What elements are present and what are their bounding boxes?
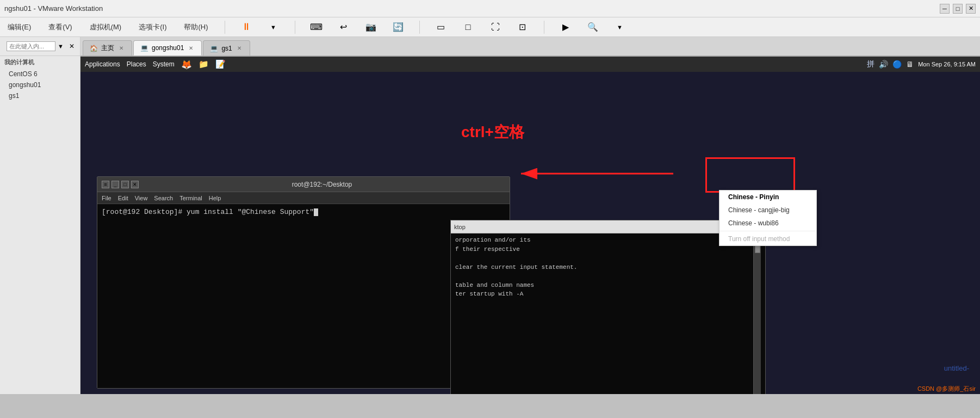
app-title: ngshu01 - VMware Workstation bbox=[4, 4, 103, 13]
full-screen-button[interactable]: ▭ bbox=[433, 19, 449, 35]
terminal-menu-bar: File Edit View Search Terminal Help bbox=[97, 192, 510, 204]
terminal-menu-icon[interactable]: ≡ bbox=[102, 181, 109, 188]
home-tab-icon: 🏠 bbox=[90, 45, 98, 52]
tab-home-close[interactable]: ✕ bbox=[117, 45, 125, 52]
minimize-button[interactable]: ─ bbox=[940, 4, 950, 14]
gnome-bar: Applications Places System 🦊 📁 📝 拼 🔊 🔵 bbox=[80, 57, 980, 72]
input-method-chinese-cangjie[interactable]: Chinese - cangjie-big bbox=[720, 204, 816, 217]
console-button[interactable]: ▶ bbox=[557, 19, 574, 35]
take-snapshot-button[interactable]: 📷 bbox=[363, 19, 379, 35]
gnome-applications[interactable]: Applications bbox=[85, 60, 120, 68]
input-method-popup: Chinese - Pinyin Chinese - cangjie-big C… bbox=[719, 190, 817, 246]
secondary-line-6: table and column names bbox=[455, 281, 753, 290]
secondary-line-4: clear the current input statement. bbox=[455, 263, 753, 272]
zoom-button[interactable]: 🔍 bbox=[585, 19, 601, 35]
input-method-chinese-wubi86[interactable]: Chinese - wubi86 bbox=[720, 217, 816, 230]
input-method-turn-off: Turn off input method bbox=[720, 232, 816, 245]
title-bar-text: ngshu01 - VMware Workstation bbox=[4, 4, 103, 13]
display-icon[interactable]: 🖥 bbox=[906, 60, 914, 69]
tab-bar: 🏠 主页 ✕ 💻 gongshu01 ✕ 💻 gs1 ✕ bbox=[80, 37, 980, 57]
secondary-line-3 bbox=[455, 254, 753, 263]
gnome-system[interactable]: System bbox=[153, 60, 175, 68]
menu-edit[interactable]: 编辑(E) bbox=[4, 20, 34, 34]
pause-button[interactable]: ⏸ bbox=[238, 19, 255, 35]
input-method-separator bbox=[720, 231, 816, 231]
revert-snapshot-button[interactable]: 🔄 bbox=[390, 19, 406, 35]
secondary-body: orporation and/or its f their respective… bbox=[451, 233, 765, 394]
pause-dropdown-button[interactable]: ▼ bbox=[265, 19, 282, 35]
menu-vm[interactable]: 虚拟机(M) bbox=[86, 20, 125, 34]
volume-icon[interactable]: 🔊 bbox=[879, 60, 888, 69]
terminal-body: [root@192 Desktop]# yum install "@Chines… bbox=[97, 204, 510, 388]
search-input[interactable] bbox=[7, 41, 55, 51]
zoom-dropdown-button[interactable]: ▼ bbox=[612, 19, 628, 35]
desktop-background-text: untitled- bbox=[944, 364, 969, 372]
restore-snapshot-button[interactable]: ↩ bbox=[336, 19, 352, 35]
terminal-file-menu[interactable]: File bbox=[102, 195, 111, 201]
tab-gongshu01[interactable]: 💻 gongshu01 ✕ bbox=[133, 40, 202, 56]
bluetooth-icon[interactable]: 🔵 bbox=[892, 60, 902, 69]
send-ctrl-alt-del-button[interactable]: ⌨ bbox=[308, 19, 325, 35]
menu-tabs[interactable]: 选项卡(I) bbox=[135, 20, 170, 34]
secondary-window[interactable]: ktop _ □ ✕ orporation and/or its f their… bbox=[450, 220, 766, 394]
gongshu01-tab-icon: 💻 bbox=[140, 44, 148, 52]
terminal-search-menu[interactable]: Search bbox=[154, 195, 173, 201]
secondary-content: orporation and/or its f their respective… bbox=[455, 236, 753, 394]
tab-home[interactable]: 🏠 主页 ✕ bbox=[83, 40, 132, 56]
menu-view[interactable]: 查看(V) bbox=[45, 20, 75, 34]
annotation-text: ctrl+空格 bbox=[461, 122, 524, 143]
menu-bar: 编辑(E) 查看(V) 虚拟机(M) 选项卡(I) 帮助(H) ⏸ ▼ ⌨ ↩ … bbox=[0, 17, 980, 37]
gnome-places[interactable]: Places bbox=[127, 60, 146, 68]
tab-gongshu01-label: gongshu01 bbox=[152, 44, 184, 52]
close-button[interactable]: ✕ bbox=[966, 4, 976, 14]
tab-gs1-close[interactable]: ✕ bbox=[235, 45, 243, 52]
tab-gongshu01-close[interactable]: ✕ bbox=[187, 44, 195, 52]
terminal-edit-menu[interactable]: Edit bbox=[118, 195, 128, 201]
notes-icon[interactable]: 📝 bbox=[215, 59, 226, 69]
sidebar-item-gongshu01[interactable]: gongshu01 bbox=[0, 79, 80, 90]
firefox-icon[interactable]: 🦊 bbox=[181, 59, 192, 70]
terminal-minimize-btn[interactable]: _ bbox=[111, 181, 119, 188]
secondary-line-7: ter startup with -A bbox=[455, 290, 753, 299]
title-bar-controls: ─ □ ✕ bbox=[940, 4, 976, 14]
terminal-cursor bbox=[314, 208, 318, 216]
unity-button[interactable]: □ bbox=[460, 19, 476, 35]
terminal-titlebar: ≡ _ □ ✕ root@192:~/Desktop bbox=[97, 177, 510, 192]
sidebar-item-gs1[interactable]: gs1 bbox=[0, 90, 80, 101]
gnome-bar-left: Applications Places System 🦊 📁 📝 bbox=[85, 59, 226, 70]
secondary-window-title: ktop bbox=[454, 224, 466, 230]
terminal-window[interactable]: ≡ _ □ ✕ root@192:~/Desktop File Edit Vie… bbox=[97, 176, 510, 389]
terminal-help-menu[interactable]: Help bbox=[209, 195, 221, 201]
sidebar-item-centos6[interactable]: CentOS 6 bbox=[0, 69, 80, 79]
terminal-view-menu[interactable]: View bbox=[135, 195, 148, 201]
content-area: 🏠 主页 ✕ 💻 gongshu01 ✕ 💻 gs1 ✕ Appl bbox=[80, 37, 980, 394]
secondary-line-2: f their respective bbox=[455, 245, 753, 254]
terminal-line-1: [root@192 Desktop]# yum install "@Chines… bbox=[102, 207, 505, 217]
vm-area[interactable]: Applications Places System 🦊 📁 📝 拼 🔊 🔵 bbox=[80, 57, 980, 394]
input-method-indicator[interactable]: 拼 bbox=[867, 59, 874, 69]
stretch-guest-button[interactable]: ⛶ bbox=[487, 19, 504, 35]
toolbar-sep-1 bbox=[225, 21, 225, 34]
toolbar-sep-2 bbox=[295, 21, 295, 34]
dropdown-icon[interactable]: ▼ bbox=[58, 43, 64, 50]
clock: Mon Sep 26, 9:15 AM bbox=[918, 61, 976, 67]
fit-window-button[interactable]: ⊡ bbox=[514, 19, 531, 35]
terminal-maximize-btn[interactable]: □ bbox=[121, 181, 129, 188]
sidebar-close-icon[interactable]: ✕ bbox=[67, 41, 77, 51]
sidebar-search-container: ▼ bbox=[3, 39, 67, 53]
terminal-terminal-menu[interactable]: Terminal bbox=[179, 195, 202, 201]
tab-gs1-label: gs1 bbox=[221, 45, 232, 52]
terminal-title: root@192:~/Desktop bbox=[139, 181, 505, 188]
vm-desktop: Applications Places System 🦊 📁 📝 拼 🔊 🔵 bbox=[80, 57, 980, 394]
terminal-close-btn[interactable]: ✕ bbox=[131, 181, 139, 188]
secondary-scrollbar[interactable] bbox=[753, 236, 761, 394]
terminal-window-controls: ≡ _ □ ✕ bbox=[102, 181, 139, 188]
input-method-chinese-pinyin[interactable]: Chinese - Pinyin bbox=[720, 190, 816, 204]
tab-gs1[interactable]: 💻 gs1 ✕ bbox=[203, 40, 250, 56]
toolbar-sep-3 bbox=[419, 21, 420, 34]
toolbar-sep-4 bbox=[544, 21, 544, 34]
menu-help[interactable]: 帮助(H) bbox=[181, 20, 211, 34]
maximize-button[interactable]: □ bbox=[953, 4, 963, 14]
files-icon[interactable]: 📁 bbox=[199, 59, 209, 69]
secondary-line-5 bbox=[455, 272, 753, 281]
